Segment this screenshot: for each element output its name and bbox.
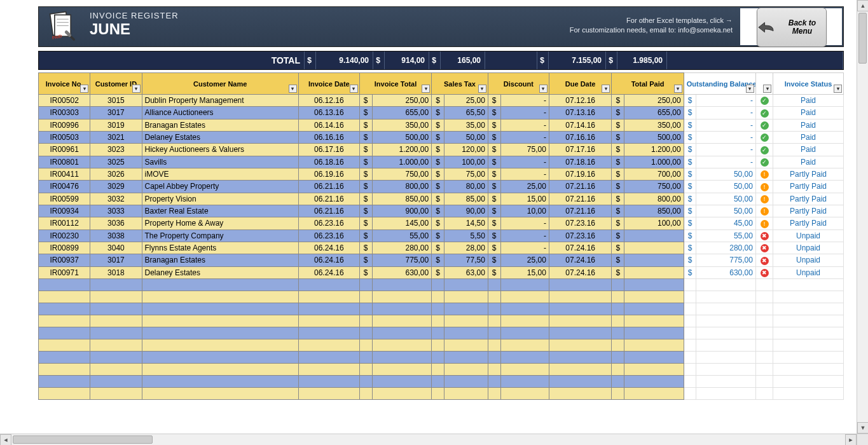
- cell-customer-id[interactable]: 3032: [90, 193, 142, 205]
- scroll-right-button[interactable]: ►: [845, 434, 857, 445]
- cell-invoice-no[interactable]: IR00971: [39, 266, 90, 278]
- cell-discount[interactable]: 25,00: [500, 181, 549, 193]
- cell-invoice-date[interactable]: 06.23.16: [298, 229, 359, 242]
- cell-customer-name[interactable]: Baxter Real Estate: [142, 205, 298, 217]
- cell-customer-name[interactable]: Delaney Estates: [142, 131, 298, 143]
- cell-discount[interactable]: -: [500, 217, 549, 229]
- cell-sales-tax[interactable]: 28,00: [444, 242, 488, 254]
- cell-invoice-date[interactable]: 06.24.16: [298, 266, 359, 278]
- table-row[interactable]: IR009613023Hickey Auctioneers & Valuers0…: [39, 144, 844, 156]
- cell-discount[interactable]: -: [500, 95, 549, 107]
- table-row-empty[interactable]: [39, 339, 844, 351]
- filter-button[interactable]: ▾: [478, 85, 486, 93]
- filter-button[interactable]: ▾: [132, 85, 141, 93]
- table-row[interactable]: IR005993032Property Vision06.21.16$850,0…: [39, 193, 844, 205]
- cell-customer-name[interactable]: Flynns Estate Agents: [142, 242, 298, 254]
- cell-sales-tax[interactable]: 63,00: [444, 266, 488, 278]
- cell-sales-tax[interactable]: 90,00: [444, 205, 488, 217]
- cell-total-paid[interactable]: 850,00: [624, 205, 684, 217]
- cell-invoice-total[interactable]: 850,00: [372, 193, 432, 205]
- cell-customer-id[interactable]: 3040: [90, 242, 142, 254]
- table-row[interactable]: IR005023015Dublin Property Management06.…: [39, 95, 844, 107]
- cell-total-paid[interactable]: 1.000,00: [624, 156, 684, 168]
- filter-button[interactable]: ▾: [539, 85, 548, 93]
- cell-customer-id[interactable]: 3015: [90, 95, 142, 107]
- cell-status[interactable]: Unpaid: [773, 229, 844, 242]
- cell-invoice-total[interactable]: 145,00: [372, 217, 432, 229]
- cell-customer-name[interactable]: The Property Company: [142, 229, 298, 242]
- table-row-empty[interactable]: [39, 291, 844, 303]
- cell-total-paid[interactable]: 700,00: [624, 168, 684, 180]
- cell-invoice-date[interactable]: 06.18.16: [298, 156, 359, 168]
- back-to-menu-button[interactable]: Back to Menu: [757, 8, 827, 47]
- cell-sales-tax[interactable]: 35,00: [444, 119, 488, 131]
- cell-customer-id[interactable]: 3025: [90, 156, 142, 168]
- cell-invoice-date[interactable]: 06.21.16: [298, 181, 359, 193]
- cell-total-paid[interactable]: [624, 266, 684, 278]
- col-customer-name[interactable]: Customer Name▾: [142, 73, 298, 95]
- cell-invoice-total[interactable]: 1.200,00: [372, 144, 432, 156]
- cell-status[interactable]: Paid: [773, 156, 844, 168]
- cell-customer-name[interactable]: iMOVE: [142, 168, 298, 180]
- cell-customer-name[interactable]: Alliance Auctioneers: [142, 107, 298, 119]
- cell-status[interactable]: Partly Paid: [773, 193, 844, 205]
- cell-outstanding[interactable]: 55,00: [696, 229, 756, 242]
- scroll-track[interactable]: [11, 434, 845, 445]
- cell-customer-id[interactable]: 3036: [90, 217, 142, 229]
- table-row-empty[interactable]: [39, 387, 844, 399]
- cell-invoice-date[interactable]: 06.24.16: [298, 254, 359, 266]
- cell-status[interactable]: Partly Paid: [773, 168, 844, 180]
- cell-due-date[interactable]: 07.16.16: [549, 131, 612, 143]
- cell-status[interactable]: Unpaid: [773, 254, 844, 266]
- scroll-thumb[interactable]: [13, 435, 153, 444]
- table-row-empty[interactable]: [39, 351, 844, 363]
- cell-invoice-no[interactable]: IR00801: [39, 156, 90, 168]
- cell-status[interactable]: Paid: [773, 131, 844, 143]
- table-row[interactable]: IR004763029Capel Abbey Property06.21.16$…: [39, 181, 844, 193]
- cell-customer-name[interactable]: Branagan Estates: [142, 254, 298, 266]
- cell-discount[interactable]: 10,00: [500, 205, 549, 217]
- filter-button[interactable]: ▾: [350, 85, 358, 93]
- cell-invoice-total[interactable]: 655,00: [372, 107, 432, 119]
- cell-discount[interactable]: 75,00: [500, 144, 549, 156]
- cell-due-date[interactable]: 07.24.16: [549, 254, 612, 266]
- table-row-empty[interactable]: [39, 303, 844, 315]
- cell-invoice-date[interactable]: 06.16.16: [298, 131, 359, 143]
- cell-customer-name[interactable]: Capel Abbey Property: [142, 181, 298, 193]
- cell-total-paid[interactable]: [624, 242, 684, 254]
- cell-due-date[interactable]: 07.14.16: [549, 119, 612, 131]
- table-row-empty[interactable]: [39, 315, 844, 327]
- cell-invoice-total[interactable]: 750,00: [372, 168, 432, 180]
- cell-discount[interactable]: -: [500, 156, 549, 168]
- cell-due-date[interactable]: 07.21.16: [549, 193, 612, 205]
- cell-invoice-total[interactable]: 630,00: [372, 266, 432, 278]
- cell-invoice-total[interactable]: 250,00: [372, 95, 432, 107]
- table-row[interactable]: IR009373017Branagan Estates06.24.16$775,…: [39, 254, 844, 266]
- filter-button[interactable]: ▾: [763, 85, 771, 93]
- col-invoice-no[interactable]: Invoice No.▾: [39, 73, 90, 95]
- cell-invoice-total[interactable]: 775,00: [372, 254, 432, 266]
- cell-sales-tax[interactable]: 50,00: [444, 131, 488, 143]
- cell-status[interactable]: Paid: [773, 95, 844, 107]
- table-row-empty[interactable]: [39, 327, 844, 339]
- cell-customer-id[interactable]: 3018: [90, 266, 142, 278]
- cell-total-paid[interactable]: [624, 254, 684, 266]
- cell-invoice-total[interactable]: 280,00: [372, 242, 432, 254]
- cell-invoice-total[interactable]: 350,00: [372, 119, 432, 131]
- cell-customer-name[interactable]: Property Home & Away: [142, 217, 298, 229]
- cell-customer-id[interactable]: 3021: [90, 131, 142, 143]
- cell-discount[interactable]: -: [500, 131, 549, 143]
- cell-invoice-no[interactable]: IR00899: [39, 242, 90, 254]
- filter-button[interactable]: ▾: [746, 85, 754, 93]
- cell-due-date[interactable]: 07.12.16: [549, 95, 612, 107]
- cell-sales-tax[interactable]: 120,00: [444, 144, 488, 156]
- cell-outstanding[interactable]: -: [696, 156, 756, 168]
- cell-customer-id[interactable]: 3017: [90, 107, 142, 119]
- cell-discount[interactable]: 25,00: [500, 254, 549, 266]
- cell-sales-tax[interactable]: 85,00: [444, 193, 488, 205]
- cell-sales-tax[interactable]: 25,00: [444, 95, 488, 107]
- cell-invoice-date[interactable]: 06.13.16: [298, 107, 359, 119]
- cell-invoice-total[interactable]: 800,00: [372, 181, 432, 193]
- cell-due-date[interactable]: 07.23.16: [549, 229, 612, 242]
- cell-total-paid[interactable]: 500,00: [624, 131, 684, 143]
